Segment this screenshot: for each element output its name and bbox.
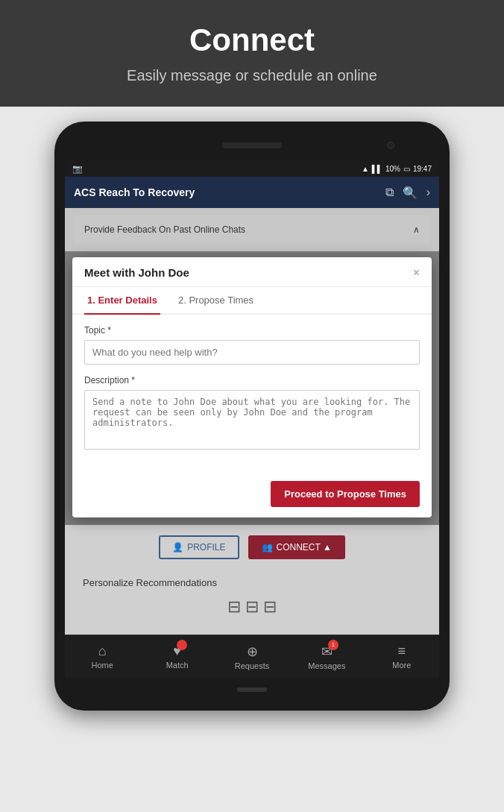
match-badge xyxy=(177,640,187,650)
nav-home[interactable]: ⌂ Home xyxy=(65,639,139,674)
app-bar-icons: ⧉ 🔍 › xyxy=(385,186,430,200)
wifi-icon: ▲ xyxy=(362,165,369,173)
proceed-button[interactable]: Proceed to Propose Times xyxy=(271,481,420,507)
phone-screen: Provide Feedback On Past Online Chats ∧ … xyxy=(65,208,439,678)
modal-tabs: 1. Enter Details 2. Propose Times xyxy=(72,287,432,315)
status-icons: ▲ ▌▌ 10% ▭ 19:47 xyxy=(362,165,432,173)
requests-icon: ⊕ xyxy=(247,643,258,660)
nav-messages-label: Messages xyxy=(308,661,345,670)
search-icon[interactable]: 🔍 xyxy=(403,186,418,200)
nav-messages[interactable]: ✉ 1 Messages xyxy=(289,639,364,675)
page-title: Connect xyxy=(15,22,489,58)
nav-match[interactable]: ♥ Match xyxy=(139,639,214,674)
personalize-title: Personalize Recommendations xyxy=(83,577,421,588)
bottom-nav: ⌂ Home ♥ Match ⊕ Requests ✉ xyxy=(65,635,439,678)
feedback-bar[interactable]: Provide Feedback On Past Online Chats ∧ xyxy=(74,215,430,244)
page-header: Connect Easily message or schedule an on… xyxy=(0,0,504,107)
nav-more[interactable]: ≡ More xyxy=(365,639,439,674)
bottom-content-area: 👤 PROFILE 👥 CONNECT ▲ Personalize Recomm… xyxy=(65,525,439,635)
app-bar: ACS Reach To Recovery ⧉ 🔍 › xyxy=(65,177,439,208)
nav-more-label: More xyxy=(392,661,411,670)
modal: Meet with John Doe × 1. Enter Details 2.… xyxy=(72,257,432,517)
nav-match-label: Match xyxy=(166,661,189,670)
sliders-icon: ⊟ ⊟ ⊟ xyxy=(83,597,421,617)
connect-person-icon: 👥 xyxy=(262,542,273,553)
match-icon: ♥ xyxy=(173,643,181,659)
phone-speaker xyxy=(222,142,282,148)
description-textarea[interactable] xyxy=(84,390,420,450)
action-buttons: 👤 PROFILE 👥 CONNECT ▲ xyxy=(74,535,430,559)
app-bar-title: ACS Reach To Recovery xyxy=(74,186,195,198)
profile-button[interactable]: 👤 PROFILE xyxy=(159,535,239,559)
phone-bottom xyxy=(65,684,439,696)
battery-text: 10% xyxy=(385,165,400,173)
personalize-section: Personalize Recommendations ⊟ ⊟ ⊟ xyxy=(74,570,430,624)
topic-input[interactable] xyxy=(84,340,420,365)
connect-button[interactable]: 👥 CONNECT ▲ xyxy=(248,535,345,559)
description-label: Description * xyxy=(84,375,420,385)
phone-camera xyxy=(387,142,394,149)
signal-icon: ▌▌ xyxy=(372,165,382,173)
modal-close-button[interactable]: × xyxy=(413,267,420,279)
phone-top xyxy=(65,135,439,156)
topic-label: Topic * xyxy=(84,325,420,336)
modal-footer: Proceed to Propose Times xyxy=(72,473,432,517)
modal-overlay: Meet with John Doe × 1. Enter Details 2.… xyxy=(65,251,439,525)
more-icon: ≡ xyxy=(398,643,406,659)
bg-section: Provide Feedback On Past Online Chats ∧ xyxy=(65,208,439,251)
page-subtitle: Easily message or schedule an online xyxy=(15,67,489,84)
phone-device: 📷 ▲ ▌▌ 10% ▭ 19:47 ACS Reach To Recovery… xyxy=(54,122,450,711)
forward-icon[interactable]: › xyxy=(426,186,430,199)
description-group: Description * xyxy=(84,375,420,453)
messages-icon: ✉ 1 xyxy=(321,643,333,660)
home-icon: ⌂ xyxy=(98,643,107,659)
feedback-label: Provide Feedback On Past Online Chats xyxy=(84,224,245,235)
tab-enter-details[interactable]: 1. Enter Details xyxy=(84,287,160,313)
clock: 19:47 xyxy=(413,165,432,173)
status-left: 📷 xyxy=(72,164,83,174)
battery-icon: ▭ xyxy=(403,165,410,173)
messages-badge: 1 xyxy=(328,640,338,650)
status-bar: 📷 ▲ ▌▌ 10% ▭ 19:47 xyxy=(65,160,439,177)
modal-header: Meet with John Doe × xyxy=(72,257,432,287)
tab-propose-times[interactable]: 2. Propose Times xyxy=(175,287,256,313)
nav-requests-label: Requests xyxy=(235,661,269,670)
modal-title: Meet with John Doe xyxy=(84,266,189,279)
copy-icon[interactable]: ⧉ xyxy=(385,186,394,199)
profile-icon: 👤 xyxy=(172,542,183,553)
modal-form: Topic * Description * xyxy=(72,315,432,473)
profile-label: PROFILE xyxy=(187,542,225,553)
home-button xyxy=(237,687,267,692)
nav-home-label: Home xyxy=(92,661,113,670)
nav-requests[interactable]: ⊕ Requests xyxy=(215,639,289,675)
connect-label: CONNECT ▲ xyxy=(277,542,332,553)
topic-group: Topic * xyxy=(84,325,420,365)
phone-wrapper: 📷 ▲ ▌▌ 10% ▭ 19:47 ACS Reach To Recovery… xyxy=(0,107,504,711)
chevron-up-icon: ∧ xyxy=(413,224,420,235)
